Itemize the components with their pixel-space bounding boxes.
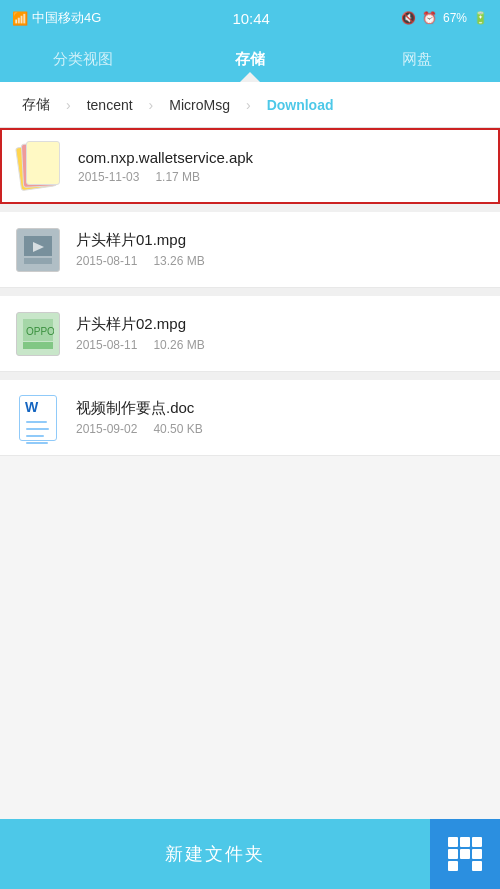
mpg1-file-icon <box>14 224 62 276</box>
file-name-doc: 视频制作要点.doc <box>76 399 486 418</box>
file-name-mpg2: 片头样片02.mpg <box>76 315 486 334</box>
file-item-mpg2[interactable]: OPPO 片头样片02.mpg 2015-08-11 10.26 MB <box>0 296 500 372</box>
svg-text:OPPO: OPPO <box>26 326 54 337</box>
file-list: com.nxp.walletservice.apk 2015-11-03 1.1… <box>0 128 500 819</box>
file-item-mpg1[interactable]: 片头样片01.mpg 2015-08-11 13.26 MB <box>0 212 500 288</box>
status-time: 10:44 <box>232 10 270 27</box>
file-meta-mpg2: 2015-08-11 10.26 MB <box>76 338 486 352</box>
file-meta-mpg1: 2015-08-11 13.26 MB <box>76 254 486 268</box>
apk-file-icon <box>16 140 64 192</box>
sub-tab-micromsg[interactable]: MicroMsg <box>159 93 240 117</box>
mpg2-file-icon: OPPO <box>14 308 62 360</box>
svg-rect-7 <box>23 342 53 349</box>
file-name-apk: com.nxp.walletservice.apk <box>78 149 484 166</box>
new-folder-button[interactable]: 新建文件夹 <box>0 819 430 889</box>
signal-icon: 📶 <box>12 11 28 26</box>
carrier-text: 中国移动4G <box>32 9 101 27</box>
file-date-apk: 2015-11-03 <box>78 170 139 184</box>
file-info-mpg1: 片头样片01.mpg 2015-08-11 13.26 MB <box>76 231 486 268</box>
file-size-doc: 40.50 KB <box>153 422 202 436</box>
file-size-mpg1: 13.26 MB <box>153 254 204 268</box>
top-nav: 分类视图 存储 网盘 <box>0 36 500 82</box>
status-right: 🔇 ⏰ 67% 🔋 <box>401 11 488 25</box>
status-bar: 📶 中国移动4G 10:44 🔇 ⏰ 67% 🔋 <box>0 0 500 36</box>
sep3: › <box>246 97 251 113</box>
sub-tab-download[interactable]: Download <box>257 93 344 117</box>
file-size-apk: 1.17 MB <box>155 170 200 184</box>
file-item-doc[interactable]: 视频制作要点.doc 2015-09-02 40.50 KB <box>0 380 500 456</box>
file-size-mpg2: 10.26 MB <box>153 338 204 352</box>
tab-classify[interactable]: 分类视图 <box>0 36 167 82</box>
file-meta-apk: 2015-11-03 1.17 MB <box>78 170 484 184</box>
file-info-apk: com.nxp.walletservice.apk 2015-11-03 1.1… <box>78 149 484 184</box>
sub-tab-tencent[interactable]: tencent <box>77 93 143 117</box>
file-info-doc: 视频制作要点.doc 2015-09-02 40.50 KB <box>76 399 486 436</box>
sep1: › <box>66 97 71 113</box>
bottom-bar: 新建文件夹 <box>0 819 500 889</box>
svg-rect-2 <box>24 258 52 264</box>
tab-cloud[interactable]: 网盘 <box>333 36 500 82</box>
status-left: 📶 中国移动4G <box>12 9 101 27</box>
file-info-mpg2: 片头样片02.mpg 2015-08-11 10.26 MB <box>76 315 486 352</box>
file-date-mpg1: 2015-08-11 <box>76 254 137 268</box>
file-date-mpg2: 2015-08-11 <box>76 338 137 352</box>
tab-storage[interactable]: 存储 <box>167 36 334 82</box>
alarm-icon: ⏰ <box>422 11 437 25</box>
baidu-logo[interactable] <box>430 819 500 889</box>
sub-tab-storage[interactable]: 存储 <box>12 92 60 118</box>
file-name-mpg1: 片头样片01.mpg <box>76 231 486 250</box>
mute-icon: 🔇 <box>401 11 416 25</box>
file-meta-doc: 2015-09-02 40.50 KB <box>76 422 486 436</box>
battery-icon: 🔋 <box>473 11 488 25</box>
file-date-doc: 2015-09-02 <box>76 422 137 436</box>
battery-text: 67% <box>443 11 467 25</box>
sep2: › <box>149 97 154 113</box>
baidu-grid-icon <box>448 837 482 871</box>
sub-tabs: 存储 › tencent › MicroMsg › Download <box>0 82 500 128</box>
file-item-apk[interactable]: com.nxp.walletservice.apk 2015-11-03 1.1… <box>0 128 500 204</box>
doc-file-icon <box>14 392 62 444</box>
